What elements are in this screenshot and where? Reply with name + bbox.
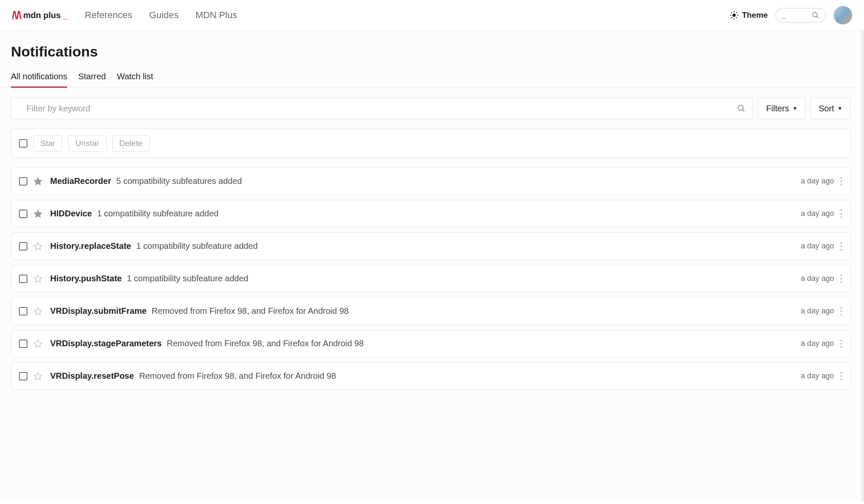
filter-input[interactable] [18, 104, 737, 113]
notification-row[interactable]: MediaRecorder5 compatibility subfeatures… [11, 167, 850, 195]
svg-marker-17 [34, 210, 42, 217]
logo[interactable]: /\/\ mdn plus _ [12, 9, 68, 22]
search-open[interactable]: _ [775, 8, 826, 23]
row-menu-button[interactable] [840, 209, 842, 218]
tab-watch-list[interactable]: Watch list [117, 72, 153, 88]
star-icon[interactable] [33, 209, 43, 218]
svg-point-9 [813, 12, 817, 17]
bulk-star-button[interactable]: Star [33, 135, 62, 152]
filter-bar: Filters ▼ Sort ▼ [11, 97, 850, 119]
svg-point-22 [840, 242, 842, 244]
row-title: History.pushState [50, 274, 122, 283]
svg-point-39 [840, 375, 842, 377]
bulk-actions-bar: Star Unstar Delete [11, 129, 850, 158]
svg-point-31 [840, 310, 842, 312]
row-desc: Removed from Firefox 98, and Firefox for… [152, 306, 349, 316]
svg-line-10 [817, 16, 818, 18]
bulk-delete-button[interactable]: Delete [112, 135, 150, 152]
row-menu-button[interactable] [840, 274, 842, 283]
logo-text: mdn plus [23, 11, 61, 20]
svg-point-20 [840, 216, 842, 218]
svg-point-0 [732, 13, 736, 17]
svg-point-34 [840, 340, 842, 341]
row-title: VRDisplay.submitFrame [50, 306, 147, 316]
select-all-checkbox[interactable] [19, 139, 27, 148]
row-checkbox[interactable] [19, 242, 27, 251]
svg-line-8 [736, 12, 737, 13]
svg-point-23 [840, 245, 842, 247]
notification-row[interactable]: VRDisplay.stageParametersRemoved from Fi… [11, 330, 850, 357]
logo-m-icon: /\/\ [12, 9, 21, 22]
notification-row[interactable]: HIDDevice1 compatibility subfeature adde… [11, 200, 850, 227]
row-time: a day ago [801, 372, 834, 380]
row-checkbox[interactable] [19, 275, 27, 283]
row-time: a day ago [801, 274, 834, 283]
row-desc: 1 compatibility subfeature added [127, 274, 248, 283]
row-title: VRDisplay.resetPose [50, 371, 134, 381]
svg-point-35 [840, 343, 842, 345]
svg-point-28 [840, 281, 842, 283]
star-icon[interactable] [33, 307, 43, 316]
row-checkbox[interactable] [19, 340, 27, 348]
notification-row[interactable]: History.pushState1 compatibility subfeat… [11, 265, 850, 292]
nav-guides[interactable]: Guides [149, 10, 178, 21]
sort-button[interactable]: Sort ▼ [810, 97, 850, 119]
avatar[interactable] [834, 6, 852, 24]
svg-line-7 [731, 17, 732, 18]
svg-point-38 [840, 372, 842, 374]
sort-label: Sort [818, 104, 834, 113]
svg-point-11 [738, 105, 743, 111]
svg-point-32 [840, 314, 842, 315]
row-checkbox[interactable] [19, 307, 27, 315]
notification-row[interactable]: History.replaceState1 compatibility subf… [11, 232, 850, 260]
svg-marker-25 [34, 275, 42, 282]
page: Notifications All notifications Starred … [0, 31, 864, 502]
row-title: MediaRecorder [50, 176, 111, 186]
svg-line-6 [736, 17, 737, 18]
row-menu-button[interactable] [840, 339, 842, 348]
row-menu-button[interactable] [840, 307, 842, 316]
svg-line-5 [731, 12, 732, 13]
bulk-unstar-button[interactable]: Unstar [68, 135, 106, 152]
star-icon[interactable] [33, 177, 43, 186]
svg-point-30 [840, 307, 842, 309]
star-icon[interactable] [33, 242, 43, 251]
svg-marker-29 [34, 307, 42, 315]
tab-starred[interactable]: Starred [78, 72, 106, 88]
notification-row[interactable]: VRDisplay.resetPoseRemoved from Firefox … [11, 362, 850, 390]
svg-point-40 [840, 379, 842, 380]
row-checkbox[interactable] [19, 177, 27, 186]
header-left: /\/\ mdn plus _ References Guides MDN Pl… [12, 9, 237, 22]
svg-point-27 [840, 278, 842, 280]
row-menu-button[interactable] [840, 242, 842, 251]
row-title: HIDDevice [50, 209, 92, 218]
tab-all-notifications[interactable]: All notifications [11, 72, 67, 88]
search-icon [811, 11, 820, 19]
svg-point-15 [840, 181, 842, 182]
nav-references[interactable]: References [85, 10, 132, 21]
svg-point-18 [840, 210, 842, 211]
row-time: a day ago [801, 209, 834, 218]
theme-toggle[interactable]: Theme [729, 11, 768, 20]
row-desc: Removed from Firefox 98, and Firefox for… [167, 339, 364, 348]
row-menu-button[interactable] [840, 372, 842, 381]
filters-button[interactable]: Filters ▼ [758, 97, 805, 119]
svg-point-14 [840, 177, 842, 179]
caret-down-icon: ▼ [837, 105, 842, 111]
star-icon[interactable] [33, 372, 43, 381]
row-title: VRDisplay.stageParameters [50, 339, 162, 348]
svg-line-12 [742, 110, 744, 111]
svg-marker-33 [34, 340, 42, 347]
row-desc: Removed from Firefox 98, and Firefox for… [139, 371, 336, 381]
row-menu-button[interactable] [840, 177, 842, 186]
search-cursor-icon: _ [782, 11, 786, 20]
row-checkbox[interactable] [19, 372, 27, 380]
star-icon[interactable] [33, 274, 43, 283]
svg-marker-13 [34, 178, 42, 185]
star-icon[interactable] [33, 339, 43, 348]
row-checkbox[interactable] [19, 210, 27, 218]
header-right: Theme _ [729, 6, 852, 24]
row-time: a day ago [801, 307, 834, 315]
notification-row[interactable]: VRDisplay.submitFrameRemoved from Firefo… [11, 297, 850, 325]
nav-mdn-plus[interactable]: MDN Plus [195, 10, 237, 21]
